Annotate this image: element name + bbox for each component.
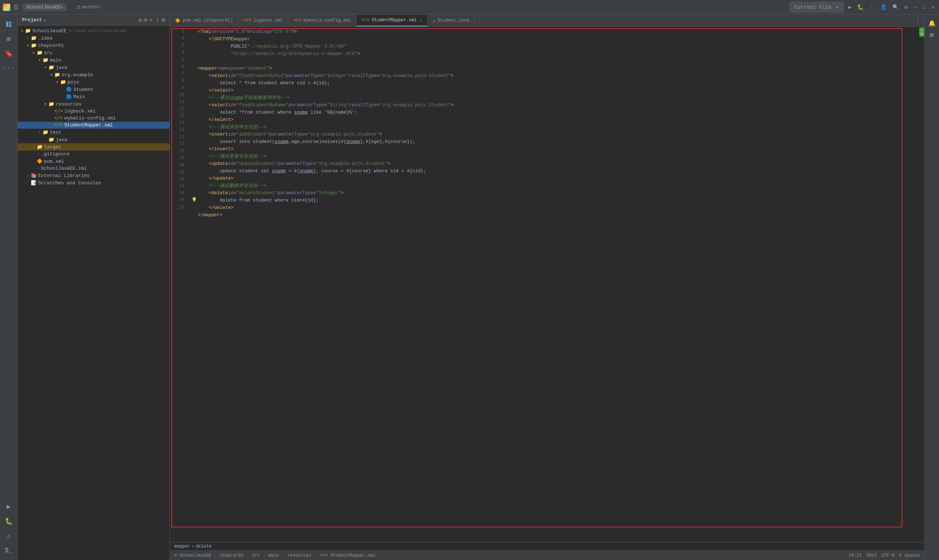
tab-mybatis[interactable]: </> mybatis-config.xml xyxy=(288,15,356,26)
folder-icon-chapter01: 📁 xyxy=(31,43,37,48)
folder-icon-src: 📁 xyxy=(37,50,43,56)
chevron-down-icon: ▾ xyxy=(61,5,63,9)
tree-item-src[interactable]: ▾ 📁 src xyxy=(18,49,170,57)
debug-icon[interactable]: 🐛 xyxy=(856,3,865,12)
code-line-19: <update id="updateStudent" parameterType… xyxy=(190,160,916,168)
tree-item-chapter01[interactable]: ▾ 📁 chapter01 xyxy=(18,42,170,49)
editor-area: 🔶 pom.xml (chapter01) </> logback.xml </… xyxy=(170,15,924,560)
notifications-icon[interactable]: 🔔 xyxy=(926,18,938,29)
tree-item-logback[interactable]: › </> logback.xml xyxy=(18,108,170,115)
tree-label-main2: Main xyxy=(73,94,85,100)
tab-label-student: Student.java xyxy=(438,18,469,23)
branch-selector[interactable]: ⎇ master ▾ xyxy=(71,3,105,11)
menu-icon[interactable]: ☰ xyxy=(13,4,19,11)
tree-arrow-chapter01: ▾ xyxy=(25,43,31,48)
tree-label-main: main xyxy=(50,57,61,63)
tab-student[interactable]: ☕ Student.java xyxy=(428,15,475,26)
tab-label-pom: pom.xml (chapter01) xyxy=(183,18,233,23)
tree-label-src: src xyxy=(44,50,52,56)
scrollbar-gutter: ✓ 6 xyxy=(919,27,924,542)
tabs-more-button[interactable]: ⋮ xyxy=(911,17,924,24)
project-selector[interactable]: SchoolJavaEE ▾ xyxy=(23,3,67,11)
status-file: </> StudentMapper.xml xyxy=(320,553,375,558)
breadcrumb-delete[interactable]: delete xyxy=(196,544,211,549)
status-line-ending[interactable]: CRLF xyxy=(867,553,877,558)
status-indent[interactable]: 4 spaces xyxy=(899,553,920,558)
tree-item-main2[interactable]: › 🔵 Main xyxy=(18,93,170,100)
status-project-icon: ⊙ xyxy=(174,553,177,558)
more-tools-icon[interactable]: ··· xyxy=(2,62,15,75)
tree-item-target[interactable]: › 📁 target xyxy=(18,143,170,151)
tab-logback[interactable]: </> logback.xml xyxy=(238,15,288,26)
breadcrumb-mapper[interactable]: mapper xyxy=(174,544,190,549)
status-resources[interactable]: resources xyxy=(288,553,311,558)
tab-pom[interactable]: 🔶 pom.xml (chapter01) xyxy=(170,15,238,26)
run-panel-icon[interactable]: ▶ xyxy=(2,500,15,513)
tree-arrow-orgexample: ▾ xyxy=(48,72,54,78)
tree-arrow-root: ▾ xyxy=(19,28,25,34)
status-src[interactable]: src xyxy=(252,553,260,558)
tree-item-testjava[interactable]: › 📁 java xyxy=(18,136,170,143)
code-line-5 xyxy=(190,57,916,65)
tab-label-mybatis: mybatis-config.xml xyxy=(303,18,351,23)
tree-item-orgexample[interactable]: ▾ 📁 org.example xyxy=(18,71,170,78)
file-icon-pomxml: 🔶 xyxy=(37,158,43,164)
tab-icon-studentmapper: </> xyxy=(362,18,370,23)
code-line-24: 💡 delete from student where sid=#{id}; xyxy=(190,197,916,204)
status-main[interactable]: main xyxy=(268,553,279,558)
structure-icon[interactable]: ⊞ xyxy=(2,32,15,45)
sidebar-header: Project ▾ ◎ ⊟ ✕ ⋮ ⊞ xyxy=(18,15,170,26)
branch-chevron-icon: ▾ xyxy=(99,5,101,9)
tree-item-test[interactable]: › 📁 test xyxy=(18,129,170,136)
code-editor[interactable]: <?xml version="1.0" encoding="UTF-8" ?> … xyxy=(187,27,919,542)
tree-item-pojo[interactable]: ▾ 📁 pojo xyxy=(18,78,170,86)
tree-item-studentmapper[interactable]: › </> StudentMapper.xml xyxy=(18,122,170,129)
tree-item-gitignore[interactable]: › · .gitignore xyxy=(18,151,170,158)
bookmarks-icon[interactable]: 🔖 xyxy=(2,47,15,60)
status-encoding[interactable]: UTF-8 xyxy=(881,553,894,558)
maximize-icon[interactable]: □ xyxy=(921,3,927,12)
tree-item-scratches[interactable]: › 📝 Scratches and Consoles xyxy=(18,179,170,186)
close-icon[interactable]: ✕ xyxy=(930,3,936,12)
tree-item-resources[interactable]: ▾ 📁 resources xyxy=(18,100,170,108)
tab-studentmapper[interactable]: </> StudentMapper.xml ✕ xyxy=(356,15,428,26)
code-line-16: insert into student(sname,age,course)val… xyxy=(190,138,916,146)
minimize-icon[interactable]: ─ xyxy=(912,3,918,12)
tree-item-mybatis[interactable]: › </> mybatis-config.xml xyxy=(18,115,170,122)
locate-file-icon[interactable]: ◎ xyxy=(139,17,142,23)
settings-icon[interactable]: ⚙ xyxy=(903,3,909,12)
sidebar-toggle-icon[interactable] xyxy=(2,18,15,31)
search-icon[interactable]: 🔍 xyxy=(891,3,900,12)
current-file-button[interactable]: Current File ▾ xyxy=(789,2,844,13)
minimap-icon[interactable]: m xyxy=(930,32,934,39)
more-icon[interactable]: ⋮ xyxy=(868,3,876,12)
status-project[interactable]: ⊙ SchoolJavaEE xyxy=(174,553,211,558)
status-module[interactable]: chapter01 xyxy=(220,553,244,558)
collapse-all-icon[interactable]: ⊟ xyxy=(144,17,147,23)
code-line-13: </select> xyxy=(190,116,916,123)
terminal-icon[interactable]: $_ xyxy=(2,544,15,557)
profile-icon[interactable]: 👤 xyxy=(879,3,888,12)
gear-icon[interactable]: ⋮ xyxy=(155,17,160,23)
tree-arrow-java: ▾ xyxy=(43,65,48,70)
tree-item-extlibs[interactable]: › 📚 External Libraries xyxy=(18,172,170,179)
tree-item-student[interactable]: › 🔵 Student xyxy=(18,86,170,93)
close-sidebar-icon[interactable]: ✕ xyxy=(149,17,152,23)
expand-icon[interactable]: ⊞ xyxy=(162,17,165,23)
tree-label-logback: logback.xml xyxy=(64,108,96,114)
debug-panel-icon[interactable]: 🐛 xyxy=(2,515,15,528)
tree-item-root[interactable]: ▾ 📁 SchoolJavaEE G:\Java web\SchoolJavaE… xyxy=(18,27,170,34)
tree-item-idea[interactable]: › 📁 .idea xyxy=(18,34,170,42)
code-line-11: <select id="findStudentByName" parameter… xyxy=(190,102,916,109)
tab-close-studentmapper[interactable]: ✕ xyxy=(419,18,422,23)
tree-item-iml[interactable]: › · SchoolJavaEE.iml xyxy=(18,165,170,172)
tree-item-pomxml[interactable]: › 🔶 pom.xml xyxy=(18,158,170,165)
tree-item-java[interactable]: ▾ 📁 java xyxy=(18,64,170,71)
tree-item-main[interactable]: ▾ 📁 main xyxy=(18,57,170,64)
problems-icon[interactable]: ⚠ xyxy=(2,529,15,542)
folder-icon-resources: 📁 xyxy=(48,101,54,107)
run-icon[interactable]: ▶ xyxy=(847,3,853,12)
status-position[interactable]: 24:21 xyxy=(849,553,862,558)
branch-icon: ⎇ xyxy=(75,5,80,10)
bulb-icon[interactable]: 💡 xyxy=(190,197,198,204)
